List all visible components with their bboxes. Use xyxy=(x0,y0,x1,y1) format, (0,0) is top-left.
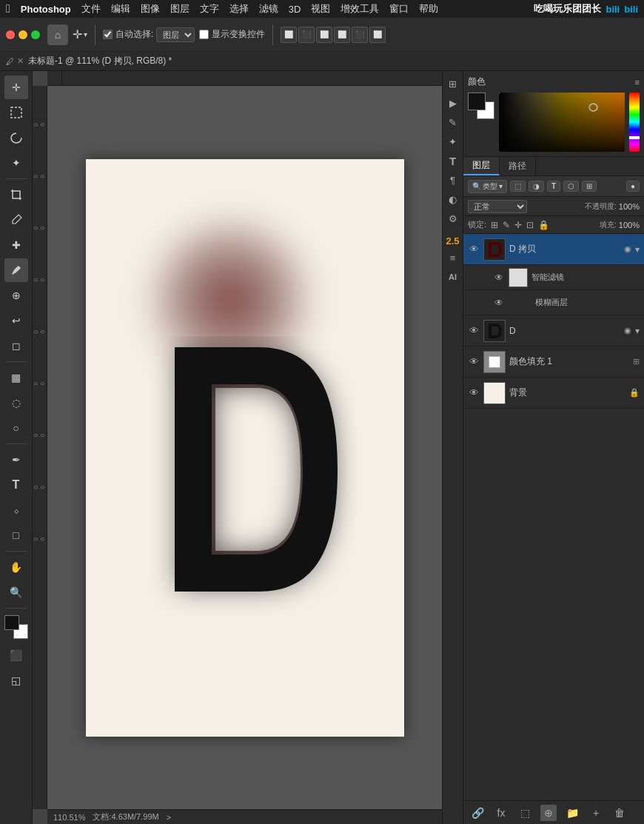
filter-button[interactable]: 🔍 类型 ▾ xyxy=(468,180,507,193)
lock-artboard-icon[interactable]: ⊡ xyxy=(526,220,534,230)
tool-hand[interactable]: ✋ xyxy=(4,555,28,579)
fill-value[interactable]: 100% xyxy=(619,221,640,230)
adjustment-layer-btn[interactable]: ⊕ xyxy=(540,805,557,821)
minimize-button[interactable] xyxy=(19,30,27,39)
menu-plugins[interactable]: 增效工具 xyxy=(341,2,379,16)
layer-d-expand[interactable]: ▾ xyxy=(635,326,640,336)
tool-text[interactable]: T xyxy=(4,473,28,497)
color-panel-options[interactable]: ≡ xyxy=(635,78,640,87)
blur-layer-visibility[interactable]: 👁 xyxy=(493,297,505,309)
tool-brush[interactable] xyxy=(4,258,28,282)
strip-edit-icon[interactable]: ✎ xyxy=(445,114,461,130)
new-group-btn[interactable]: 📁 xyxy=(564,805,580,821)
tool-shape[interactable]: □ xyxy=(4,523,28,547)
menu-text[interactable]: 文字 xyxy=(200,2,219,16)
foreground-color[interactable] xyxy=(4,615,19,630)
tool-eraser[interactable]: ◻ xyxy=(4,334,28,358)
strip-pilcrow-icon[interactable]: ¶ xyxy=(445,172,461,188)
tool-clone[interactable]: ⊕ xyxy=(4,284,28,307)
align-top-btn[interactable]: ⬜ xyxy=(334,27,350,43)
blend-mode-select[interactable]: 正常 xyxy=(468,200,527,213)
menu-image[interactable]: 图像 xyxy=(141,2,160,16)
layer-fx-btn[interactable]: fx xyxy=(493,805,509,821)
align-middle-btn[interactable]: ⬛ xyxy=(352,27,368,43)
tab-close[interactable]: ✕ xyxy=(17,56,24,66)
menu-file[interactable]: 文件 xyxy=(81,2,101,16)
tool-selection[interactable] xyxy=(4,101,28,124)
menu-window[interactable]: 窗口 xyxy=(389,2,409,16)
layer-item-d[interactable]: 👁 D ◉ ▾ xyxy=(463,315,644,346)
tool-quick-mask[interactable]: ⬛ xyxy=(4,643,28,667)
tool-path-selection[interactable]: ⬦ xyxy=(4,498,28,522)
tool-screen-mode[interactable]: ◱ xyxy=(4,669,28,692)
strip-text-icon[interactable]: T xyxy=(445,153,461,169)
filter-adjustment-btn[interactable]: ◑ xyxy=(529,181,544,192)
layer-item-d-copy[interactable]: 👁 D 拷贝 ◉ ▾ xyxy=(463,234,644,265)
layer-fill-visibility[interactable]: 👁 xyxy=(468,356,480,368)
swatch-foreground[interactable] xyxy=(468,93,486,110)
delete-layer-btn[interactable]: 🗑 xyxy=(611,805,628,821)
strip-table-icon[interactable]: ⊞ xyxy=(445,76,461,92)
lock-paint-icon[interactable]: ✎ xyxy=(503,220,510,230)
color-swatches[interactable] xyxy=(4,615,28,639)
tool-lasso[interactable] xyxy=(4,126,28,150)
tab-layers[interactable]: 图层 xyxy=(463,157,500,175)
more-arrow[interactable]: > xyxy=(167,813,171,822)
tool-pen[interactable]: ✒ xyxy=(4,448,28,472)
tool-dodge[interactable]: ○ xyxy=(4,416,28,440)
tool-healing[interactable]: ✚ xyxy=(4,233,28,257)
menu-filter[interactable]: 滤镜 xyxy=(259,2,278,16)
sub-layer-smart-filter[interactable]: 👁 智能滤镜 xyxy=(463,265,644,290)
show-transform-checkbox[interactable] xyxy=(199,30,209,39)
align-bottom-btn[interactable]: ⬜ xyxy=(369,27,386,43)
align-left-btn[interactable]: ⬜ xyxy=(281,27,297,43)
menu-3d[interactable]: 3D xyxy=(289,4,301,15)
menu-help[interactable]: 帮助 xyxy=(419,2,438,16)
strip-star-icon[interactable]: ✦ xyxy=(445,133,461,150)
home-button[interactable]: ⌂ xyxy=(47,24,68,45)
align-center-btn[interactable]: ⬛ xyxy=(298,27,315,43)
strip-play-icon[interactable]: ▶ xyxy=(445,95,461,111)
menu-select[interactable]: 选择 xyxy=(229,2,249,16)
auto-select-dropdown[interactable]: 图层 xyxy=(156,27,195,42)
layer-d-visibility[interactable]: 👁 xyxy=(468,325,480,337)
menu-layer[interactable]: 图层 xyxy=(170,2,189,16)
auto-select-checkbox[interactable] xyxy=(103,30,113,39)
layer-d-copy-expand[interactable]: ▾ xyxy=(635,244,640,255)
layer-bg-visibility[interactable]: 👁 xyxy=(468,387,480,399)
align-right-btn[interactable]: ⬜ xyxy=(316,27,332,43)
tool-history[interactable]: ↩ xyxy=(4,309,28,332)
strip-settings-icon[interactable]: ⚙ xyxy=(445,210,461,227)
apple-menu[interactable]:  xyxy=(6,2,10,16)
strip-layers-icon[interactable]: ≡ xyxy=(445,249,461,266)
tool-eyedropper[interactable] xyxy=(4,208,28,232)
opacity-value[interactable]: 100% xyxy=(619,202,640,211)
smart-filter-visibility[interactable]: 👁 xyxy=(493,272,505,284)
strip-adjustments-icon[interactable]: ◐ xyxy=(445,191,461,207)
filter-smartobj-btn[interactable]: ⊞ xyxy=(582,181,597,192)
filter-vector-btn[interactable]: ⬡ xyxy=(563,181,579,192)
tab-paths[interactable]: 路径 xyxy=(500,157,536,175)
filter-text-btn[interactable]: T xyxy=(547,181,560,192)
strip-ai-icon[interactable]: AI xyxy=(445,269,461,285)
layer-item-bg[interactable]: 👁 背景 🔒 xyxy=(463,378,644,409)
tool-crop[interactable] xyxy=(4,183,28,207)
move-tool[interactable]: ✛ ▾ xyxy=(73,27,87,41)
filter-toggle[interactable]: ● xyxy=(626,181,640,192)
add-mask-btn[interactable]: ⬚ xyxy=(517,805,533,821)
menu-edit[interactable]: 编辑 xyxy=(111,2,130,16)
tool-blur[interactable]: ◌ xyxy=(4,391,28,415)
menu-view[interactable]: 视图 xyxy=(311,2,330,16)
color-gradient-picker[interactable] xyxy=(499,93,625,152)
close-button[interactable] xyxy=(6,30,15,39)
filter-pixel-btn[interactable]: ⬚ xyxy=(510,181,526,192)
layer-item-fill[interactable]: 👁 颜色填充 1 ⊞ xyxy=(463,346,644,378)
lock-position-icon[interactable]: ✛ xyxy=(514,220,522,230)
link-layers-btn[interactable]: 🔗 xyxy=(469,805,486,821)
maximize-button[interactable] xyxy=(31,30,40,39)
tool-gradient[interactable]: ▦ xyxy=(4,366,28,389)
new-layer-btn[interactable]: + xyxy=(588,805,604,821)
lock-pixels-icon[interactable]: ⊞ xyxy=(491,220,498,230)
color-hue-bar[interactable] xyxy=(629,93,640,152)
tool-zoom[interactable]: 🔍 xyxy=(4,580,28,604)
